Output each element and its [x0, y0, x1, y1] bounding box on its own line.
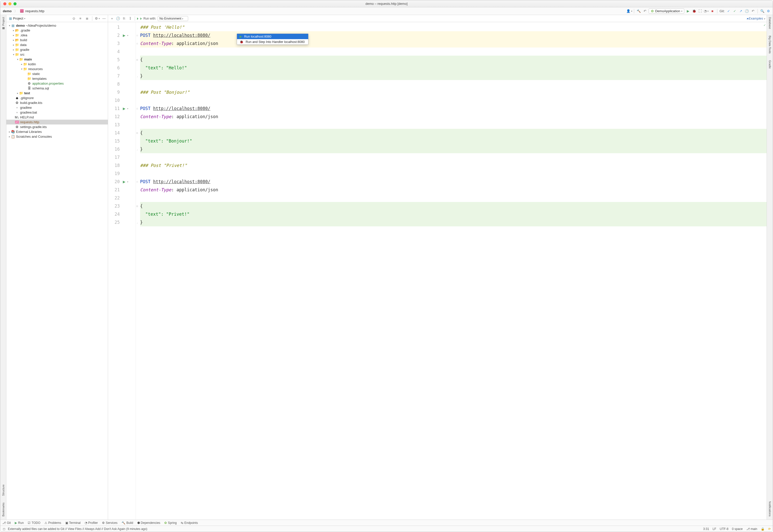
sync-icon[interactable]: ⟳ [768, 527, 771, 531]
rail-project[interactable]: ▦Project [2, 16, 5, 31]
history-icon[interactable]: 🕑 [116, 16, 120, 21]
code-line[interactable]: } [140, 145, 767, 153]
indent[interactable]: 0 space [732, 527, 743, 531]
tree-twisty[interactable]: ▾ [12, 53, 15, 56]
tree-twisty[interactable]: ▸ [16, 92, 19, 95]
tree-item[interactable]: ▸📂.gradle [6, 28, 108, 33]
toolwindow-deps[interactable]: ⬢Dependencies [137, 521, 160, 525]
code-line[interactable]: "text": "Privet!" [140, 210, 767, 218]
code-line[interactable]: POST http://localhost:8080/ [140, 31, 767, 39]
fold-icon[interactable]: ⊟ [136, 205, 138, 208]
rail-database[interactable]: Database [768, 16, 771, 30]
zoom-icon[interactable] [13, 2, 17, 5]
code-line[interactable]: Content-Type: application/json [140, 39, 767, 48]
rail-structure[interactable]: Structure [2, 483, 5, 497]
breadcrumb-project[interactable]: demo [2, 9, 12, 13]
coverage-icon[interactable]: ⛶ [698, 9, 703, 13]
code-content[interactable]: ### Post 'Hello!"POST http://localhost:8… [138, 22, 767, 520]
lock-icon[interactable]: 🔒 [761, 527, 765, 531]
history-icon[interactable]: 🕑 [745, 9, 749, 13]
code-line[interactable]: Content-Type: application/json [140, 113, 767, 121]
git-branch[interactable]: ⎇ main [746, 527, 757, 531]
code-line[interactable]: ### Post "Bonjour!" [140, 88, 767, 96]
run-configuration-selector[interactable]: ✿ DemoApplication ▾ [649, 8, 684, 14]
tree-item[interactable]: ▾📁src [6, 52, 108, 57]
expand-all-icon[interactable]: ≡ [78, 16, 83, 21]
back-icon[interactable]: ↶ [643, 9, 647, 13]
tree-twisty[interactable]: ▸ [8, 130, 11, 133]
code-line[interactable]: } [140, 218, 767, 226]
debug-icon[interactable]: 🐞 [692, 9, 697, 13]
encoding[interactable]: UTF-8 [720, 527, 729, 531]
tree-item[interactable]: 📁templates [6, 76, 108, 81]
toolwindow-services[interactable]: ⚙Services [102, 521, 117, 525]
tree-twisty[interactable]: ▸ [12, 48, 15, 51]
code-line[interactable] [140, 153, 767, 161]
add-request-icon[interactable]: ＋ [109, 16, 114, 21]
tree-item[interactable]: ▾▦demo ~/IdeaProjects/demo [6, 23, 108, 28]
tree-item[interactable]: 📁static [6, 71, 108, 76]
stop-icon[interactable]: ■ [710, 9, 715, 13]
toolwindow-git[interactable]: ⎇Git [2, 521, 11, 525]
status-message[interactable]: Externally added files can be added to G… [8, 527, 147, 531]
toolwindow-terminal[interactable]: ▣Terminal [65, 521, 81, 525]
settings-icon[interactable]: ⚙ [766, 9, 771, 13]
tree-item[interactable]: ▸📂build [6, 38, 108, 42]
profile-icon[interactable]: ◔ [704, 9, 709, 13]
toolwindow-profiler[interactable]: ◔Profiler [85, 521, 98, 525]
tree-item[interactable]: ⚙application.properties [6, 81, 108, 86]
run-gutter-icon[interactable]: ▶ [123, 179, 125, 184]
import-icon[interactable]: ↧ [128, 16, 132, 21]
build-icon[interactable]: 🔨 [637, 9, 641, 13]
fold-icon[interactable]: ⊟ [136, 131, 138, 135]
update-icon[interactable]: ✓ [726, 9, 731, 13]
convert-icon[interactable]: ⎘ [122, 16, 126, 21]
caret-position[interactable]: 3:31 [703, 527, 709, 531]
toolwindow-build[interactable]: 🔨Build [121, 521, 133, 525]
chevron-down-icon[interactable]: ▾ [127, 107, 128, 110]
rollback-icon[interactable]: ↶ [751, 9, 755, 13]
tree-twisty[interactable]: ▸ [8, 135, 11, 138]
tree-twisty[interactable]: ▸ [12, 39, 15, 41]
tree-item[interactable]: M↓HELP.md [6, 115, 108, 120]
run-all-icon[interactable]: ⏵⏵ [137, 16, 142, 21]
line-ending[interactable]: LF [713, 527, 716, 531]
tree-item[interactable]: ⚙settings.gradle.kts [6, 124, 108, 129]
sidebar-title[interactable]: ▦ Project ▾ [8, 16, 26, 21]
run-icon[interactable]: ▶ [686, 9, 690, 13]
toolwindow-run[interactable]: ▶Run [15, 521, 24, 525]
tree-item[interactable]: ▫gradlew [6, 105, 108, 110]
code-line[interactable]: Content-Type: application/json [140, 186, 767, 194]
rail-bookmarks[interactable]: Bookmarks [2, 502, 5, 518]
chevron-down-icon[interactable]: ▾ [127, 34, 128, 37]
code-line[interactable]: POST http://localhost:8080/ [140, 104, 767, 113]
tree-item[interactable]: ▫gradlew.bat [6, 110, 108, 115]
tree-item[interactable]: ▾📁resources [6, 67, 108, 71]
project-tree[interactable]: ▾▦demo ~/IdeaProjects/demo▸📂.gradle▸📁.id… [6, 22, 108, 520]
tree-item[interactable]: ▸📁.idea [6, 33, 108, 38]
code-line[interactable] [140, 80, 767, 88]
popup-run-request[interactable]: ▶ Run localhost:8080 [237, 34, 308, 39]
environment-selector[interactable]: No Environment ▾ [158, 16, 188, 21]
code-line[interactable] [140, 169, 767, 178]
tree-twisty[interactable]: ▸ [12, 34, 15, 37]
collapse-all-icon[interactable]: ≣ [85, 16, 89, 21]
tree-twisty[interactable]: ▾ [16, 58, 19, 61]
toolwindow-problems[interactable]: ⚠Problems [44, 521, 61, 525]
tree-item[interactable]: APIrequests.http [6, 120, 108, 124]
popup-debug-request[interactable]: 🐞 Run and Step Into Handler localhost:80… [237, 39, 308, 44]
tree-item[interactable]: ◆.gitignore [6, 96, 108, 100]
code-line[interactable]: } [140, 72, 767, 80]
run-gutter-icon[interactable]: ▶ [123, 106, 125, 111]
tree-item[interactable]: ▸📁gradle [6, 47, 108, 52]
code-line[interactable] [140, 194, 767, 202]
tree-item[interactable]: ▾📁main [6, 57, 108, 62]
fold-icon[interactable]: ⊟ [136, 58, 138, 61]
chevron-down-icon[interactable]: ▾ [127, 180, 128, 183]
tree-item[interactable]: ▸📁test [6, 91, 108, 96]
tree-twisty[interactable]: ▾ [8, 24, 11, 27]
tree-twisty[interactable]: ▸ [20, 63, 23, 66]
tree-twisty[interactable]: ▸ [12, 43, 15, 46]
tree-twisty[interactable]: ▾ [20, 68, 23, 70]
inspection-ok-icon[interactable]: ✓ [764, 23, 766, 27]
